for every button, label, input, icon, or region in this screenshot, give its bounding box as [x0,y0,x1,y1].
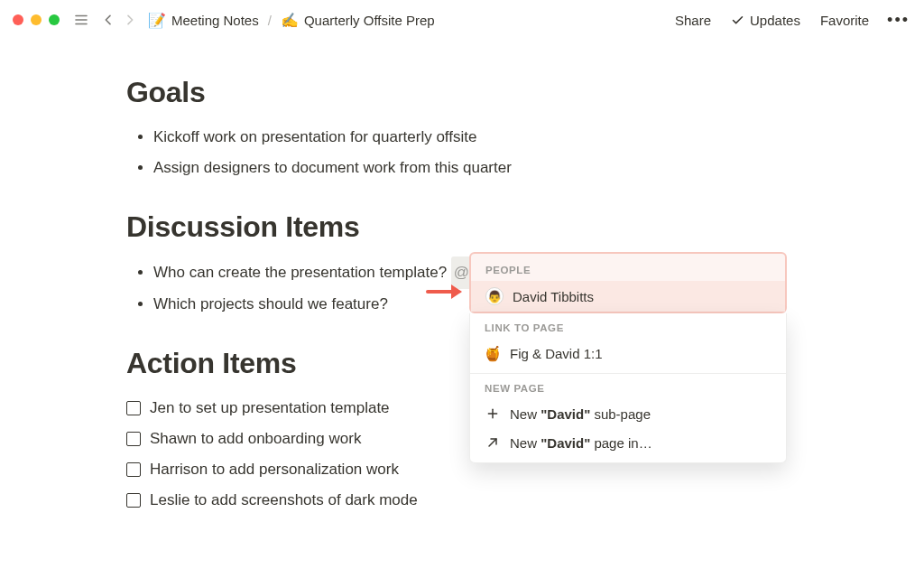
goals-list: Kickoff work on presentation for quarter… [153,122,924,183]
updates-button[interactable]: Updates [727,11,804,30]
minimize-window-button[interactable] [31,14,42,25]
back-button[interactable] [97,9,119,31]
item-text: Who can create the presentation template… [153,264,447,281]
share-button[interactable]: Share [671,11,715,30]
topbar-actions: Share Updates Favorite ••• [671,11,911,30]
popover-people-section: PEOPLE 👨 David Tibbitts [469,252,787,313]
checkbox[interactable] [126,432,141,446]
checkbox[interactable] [126,462,141,477]
page-icon: ✍️ [281,12,299,29]
popover-section-label: NEW PAGE [470,379,786,399]
arrow-up-right-icon [485,434,501,451]
fullscreen-window-button[interactable] [49,14,60,25]
popover-section-label: LINK TO PAGE [470,313,786,339]
close-window-button[interactable] [13,14,23,25]
new-page-in-label: New "David" page in… [510,435,652,451]
breadcrumb-separator: / [268,13,272,28]
link-page-title: Fig & David 1:1 [510,346,603,361]
popover-new-page-in-item[interactable]: New "David" page in… [470,428,786,457]
mention-popover: PEOPLE 👨 David Tibbitts LINK TO PAGE 🍯 F… [469,252,787,463]
more-menu-button[interactable]: ••• [885,11,911,30]
checkbox[interactable] [126,401,141,415]
breadcrumb: 📝 Meeting Notes / ✍️ Quarterly Offsite P… [144,10,439,31]
checkbox[interactable] [126,493,141,508]
topbar: 📝 Meeting Notes / ✍️ Quarterly Offsite P… [0,0,924,40]
todo-label: Shawn to add onboarding work [150,424,361,454]
person-name: David Tibbitts [513,289,594,304]
todo-label: Leslie to add screenshots of dark mode [150,485,418,516]
list-item[interactable]: Kickoff work on presentation for quarter… [153,122,924,153]
discussion-heading: Discussion Items [126,210,924,244]
favorite-button[interactable]: Favorite [817,11,873,30]
todo-label: Harrison to add personalization work [150,454,399,485]
arrow-annotation-icon [426,281,462,306]
svg-line-7 [489,439,496,446]
todo-item[interactable]: Leslie to add screenshots of dark mode [126,485,924,516]
popover-link-page-item[interactable]: 🍯 Fig & David 1:1 [470,339,786,368]
divider [470,373,786,374]
avatar: 👨 [485,287,504,305]
plus-icon [485,406,501,422]
new-subpage-label: New "David" sub-page [510,406,651,422]
window-controls [13,14,60,25]
breadcrumb-item-current[interactable]: ✍️ Quarterly Offsite Prep [277,10,439,31]
page-emoji-icon: 🍯 [485,345,501,361]
todo-label: Jen to set up presentation template [150,393,390,424]
sidebar-toggle-icon[interactable] [70,9,92,31]
page-content: Goals Kickoff work on presentation for q… [0,40,924,516]
popover-new-subpage-item[interactable]: New "David" sub-page [470,399,786,428]
goals-heading: Goals [126,76,924,109]
popover-person-item[interactable]: 👨 David Tibbitts [471,281,785,312]
breadcrumb-item-parent[interactable]: 📝 Meeting Notes [144,10,263,31]
breadcrumb-label: Meeting Notes [171,13,259,28]
page-icon: 📝 [148,12,166,29]
check-icon [731,14,744,27]
popover-section-label: PEOPLE [471,261,785,281]
list-item[interactable]: Assign designers to document work from t… [153,153,924,183]
forward-button[interactable] [119,9,141,31]
popover-rest: LINK TO PAGE 🍯 Fig & David 1:1 NEW PAGE … [469,313,787,463]
svg-marker-4 [451,284,462,299]
breadcrumb-label: Quarterly Offsite Prep [304,13,435,28]
